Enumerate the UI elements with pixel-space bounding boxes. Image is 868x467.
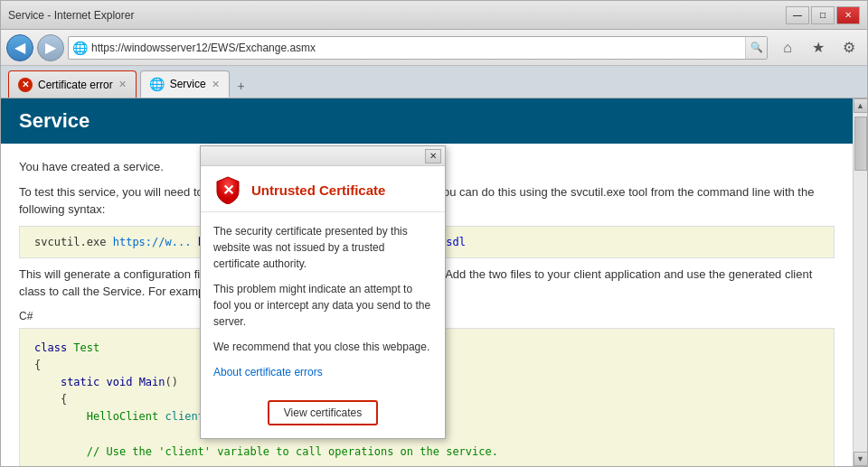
scrollbar[interactable]: ▲ ▼ [853,98,867,466]
scroll-thumb[interactable] [854,117,867,171]
cert-shield-icon: ✕ [213,175,242,204]
dialog-title-text: Untrusted Certificate [251,182,385,198]
svg-text:✕: ✕ [222,182,234,198]
toolbar-icons: ⌂ ★ ⚙ [775,35,862,61]
search-icon[interactable]: 🔍 [745,36,767,60]
tab-service-label: Service [170,78,206,90]
minimize-button[interactable]: — [786,6,809,24]
scroll-down-arrow[interactable]: ▼ [854,452,868,466]
command-url-link[interactable]: https://w... [113,236,192,248]
scroll-track[interactable] [854,113,868,452]
page-content: Service You have created a service. To t… [1,98,867,466]
cert-error-dialog[interactable]: ✕ [200,145,446,439]
command-prefix: svcutil.exe [34,236,106,248]
service-title: Service [19,109,90,132]
close-button[interactable]: ✕ [836,6,860,24]
dialog-title-bar: ✕ [201,146,445,166]
browser-window: Service - Internet Explorer — □ ✕ ◀ ▶ 🌐 … [0,0,868,467]
scroll-up-arrow[interactable]: ▲ [854,98,868,113]
address-ie-icon: 🌐 [69,41,91,55]
tab-service[interactable]: 🌐 Service ✕ [140,70,230,98]
dialog-close-button[interactable]: ✕ [425,149,441,163]
window-title: Service - Internet Explorer [8,9,134,22]
address-text: https://windowsserver12/EWS/Exchange.asm… [91,42,745,54]
favorites-icon[interactable]: ★ [806,35,831,61]
title-bar: Service - Internet Explorer — □ ✕ [1,1,867,30]
tab-cert-error-close[interactable]: ✕ [118,79,127,90]
home-icon[interactable]: ⌂ [775,35,800,61]
dialog-body: The security certificate presented by th… [201,212,445,391]
tab-service-ie-icon: 🌐 [150,77,165,91]
address-bar[interactable]: 🌐 https://windowsserver12/EWS/Exchange.a… [68,36,768,60]
dialog-body-p3: We recommend that you close this webpage… [213,339,432,355]
maximize-button[interactable]: □ [811,6,835,24]
tab-certificate-error[interactable]: ✕ Certificate error ✕ [8,70,137,98]
tab-service-close[interactable]: ✕ [212,79,220,90]
tab-bar: ✕ Certificate error ✕ 🌐 Service ✕ + [1,66,867,98]
service-page-header: Service [1,98,853,144]
dialog-footer: View certificates [201,391,445,438]
settings-icon[interactable]: ⚙ [836,35,862,61]
view-certificates-button[interactable]: View certificates [268,400,378,425]
about-cert-errors-link[interactable]: About certificate errors [213,366,323,378]
forward-button[interactable]: ▶ [37,34,64,61]
nav-bar: ◀ ▶ 🌐 https://windowsserver12/EWS/Exchan… [1,30,867,66]
tab-cert-error-icon: ✕ [18,78,33,92]
dialog-body-p2: This problem might indicate an attempt t… [213,281,432,330]
tab-cert-error-label: Certificate error [38,79,113,91]
dialog-header: ✕ Untrusted Certificate [201,166,445,212]
title-bar-buttons: — □ ✕ [786,6,860,24]
dialog-body-p1: The security certificate presented by th… [213,223,432,272]
back-button[interactable]: ◀ [6,34,33,61]
new-tab-button[interactable]: + [230,74,253,98]
